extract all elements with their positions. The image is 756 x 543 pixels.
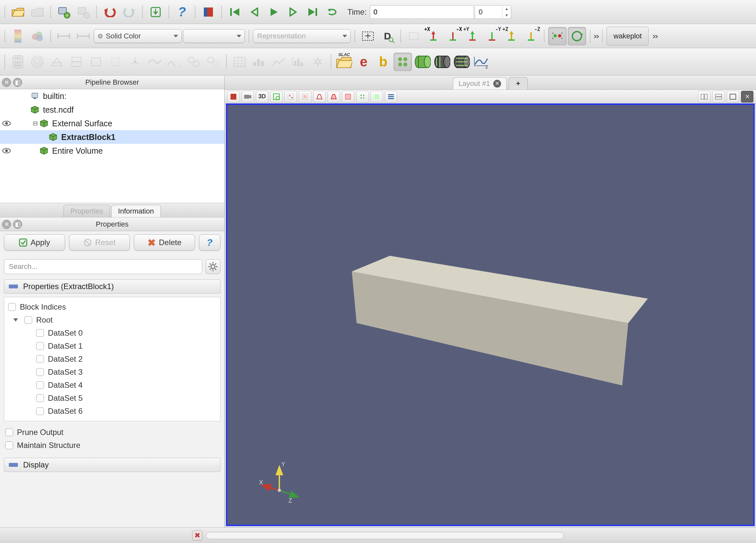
apply-script-icon[interactable] <box>147 3 165 21</box>
extract-icon[interactable] <box>106 53 125 71</box>
plot-over-line-icon[interactable] <box>270 53 288 71</box>
contour-icon[interactable] <box>28 53 47 71</box>
e-field-icon[interactable]: e <box>355 53 373 71</box>
stream-icon[interactable] <box>146 53 164 71</box>
pipeline-item[interactable]: Entire Volume <box>0 144 224 158</box>
interactive-select-points-icon[interactable] <box>356 91 369 103</box>
split-h-icon[interactable] <box>698 91 710 103</box>
color-map-icon[interactable] <box>28 27 47 45</box>
section-properties[interactable]: Properties (ExtractBlock1) <box>4 279 220 294</box>
dataset-row[interactable]: DataSet 1 <box>7 340 217 353</box>
pipeline-float-icon[interactable]: ◧ <box>13 78 22 87</box>
checkbox[interactable] <box>36 394 44 402</box>
redo-icon[interactable] <box>120 3 138 21</box>
cylinder3-icon[interactable] <box>452 53 470 71</box>
rotate-mode-icon[interactable] <box>568 27 586 45</box>
particles-icon[interactable] <box>394 53 412 71</box>
axis-pos-y-button[interactable]: +Y <box>463 27 482 45</box>
checkbox[interactable] <box>36 381 44 389</box>
b-field-icon[interactable]: b <box>374 53 392 71</box>
warp-icon[interactable] <box>165 53 183 71</box>
select-cells-icon[interactable] <box>299 91 311 103</box>
next-frame-icon[interactable] <box>284 3 302 21</box>
first-frame-icon[interactable] <box>226 3 244 21</box>
toolbar-overflow-icon[interactable]: » <box>593 32 599 41</box>
bottom-scrollbar[interactable] <box>206 532 564 539</box>
properties-float-icon[interactable]: ◧ <box>13 220 22 229</box>
rescale-range-icon[interactable] <box>55 27 73 45</box>
help-icon[interactable]: ? <box>173 3 191 21</box>
layout-tab-add[interactable]: + <box>509 77 528 90</box>
plot-z-icon[interactable]: z <box>472 53 490 71</box>
view-options-icon[interactable] <box>385 91 397 103</box>
histogram-icon[interactable] <box>250 53 268 71</box>
find-data-icon[interactable] <box>199 3 217 21</box>
bottom-close-icon[interactable]: ✖ <box>192 530 203 541</box>
camera-icon[interactable] <box>242 91 254 103</box>
rubber-band-icon[interactable] <box>405 27 423 45</box>
reset-camera-icon[interactable] <box>359 27 377 45</box>
apply-button[interactable]: Apply <box>4 234 65 251</box>
split-v-icon[interactable] <box>712 91 725 103</box>
glyph-icon[interactable] <box>126 53 144 71</box>
dataset-row[interactable]: DataSet 3 <box>7 366 217 379</box>
tab-information[interactable]: Information <box>111 205 161 217</box>
axis-pos-z-button[interactable]: +Z <box>502 27 521 45</box>
pipeline-item[interactable]: ⊟External Surface <box>0 117 224 130</box>
coloring-combo[interactable]: Solid Color <box>94 29 182 43</box>
checkbox[interactable] <box>36 407 44 415</box>
properties-close-icon[interactable]: ✕ <box>2 220 11 229</box>
expand-icon[interactable]: ⊟ <box>31 120 39 127</box>
loop-icon[interactable] <box>323 3 342 21</box>
slice-icon[interactable] <box>67 53 86 71</box>
undo-icon[interactable] <box>101 3 119 21</box>
threshold-icon[interactable] <box>87 53 105 71</box>
rescale-custom-icon[interactable] <box>74 27 92 45</box>
cylinder1-icon[interactable] <box>413 53 431 71</box>
dataset-row[interactable]: DataSet 5 <box>7 392 217 405</box>
delete-button[interactable]: ✖ Delete <box>134 234 195 251</box>
mode-3d-button[interactable]: 3D <box>256 91 268 103</box>
group-icon[interactable] <box>185 53 203 71</box>
close-view-icon[interactable]: ✕ <box>741 91 753 103</box>
visibility-eye-icon[interactable] <box>0 119 13 128</box>
zoom-box-icon[interactable] <box>270 91 283 103</box>
time-frame-spinner[interactable]: 0 ▲▼ <box>475 5 511 19</box>
prev-frame-icon[interactable] <box>245 3 263 21</box>
reset-button[interactable]: Reset <box>69 234 130 251</box>
pipeline-tree[interactable]: builtin:test.ncdf⊟External SurfaceExtrac… <box>0 89 224 203</box>
connect-icon[interactable]: + <box>55 3 73 21</box>
plot-data-icon[interactable] <box>289 53 307 71</box>
select-points-icon[interactable] <box>285 91 297 103</box>
macro-wakeplot-button[interactable]: wakeplot <box>607 27 649 46</box>
time-current-input[interactable] <box>370 5 474 19</box>
ungroup-icon[interactable] <box>204 53 222 71</box>
pipeline-item[interactable]: ExtractBlock1 <box>0 130 224 144</box>
close-icon[interactable]: ✕ <box>493 80 501 88</box>
interactive-select-cells-icon[interactable] <box>371 91 383 103</box>
render-view[interactable]: X Y Z <box>226 104 755 526</box>
layout-tab-1[interactable]: Layout #1 ✕ <box>453 77 507 90</box>
pipeline-close-icon[interactable]: ✕ <box>2 78 11 87</box>
spreadsheet-icon[interactable] <box>231 53 249 71</box>
block-indices-row[interactable]: Block Indices <box>7 300 217 313</box>
probe-icon[interactable]: ✲ <box>309 53 327 71</box>
tab-properties[interactable]: Properties <box>63 205 110 217</box>
section-display[interactable]: Display <box>4 458 220 472</box>
expand-icon[interactable] <box>13 318 18 322</box>
calculator-icon[interactable] <box>9 53 27 71</box>
select-block-icon[interactable] <box>342 91 354 103</box>
save-icon[interactable] <box>28 3 47 21</box>
checkbox[interactable] <box>36 342 44 350</box>
dataset-row[interactable]: DataSet 2 <box>7 353 217 366</box>
search-input[interactable]: Search... <box>4 259 202 274</box>
checkbox[interactable] <box>36 355 44 363</box>
macro-overflow-icon[interactable]: » <box>652 32 659 41</box>
render-view-icon[interactable] <box>227 91 240 103</box>
maintain-structure-checkbox[interactable]: Maintain Structure <box>4 439 220 452</box>
clip-icon[interactable] <box>48 53 66 71</box>
dataset-row[interactable]: DataSet 0 <box>7 327 217 340</box>
axis-neg-y-button[interactable]: -Y <box>483 27 501 45</box>
pipeline-item[interactable]: builtin: <box>0 89 224 103</box>
advanced-gear-icon[interactable] <box>205 259 220 274</box>
